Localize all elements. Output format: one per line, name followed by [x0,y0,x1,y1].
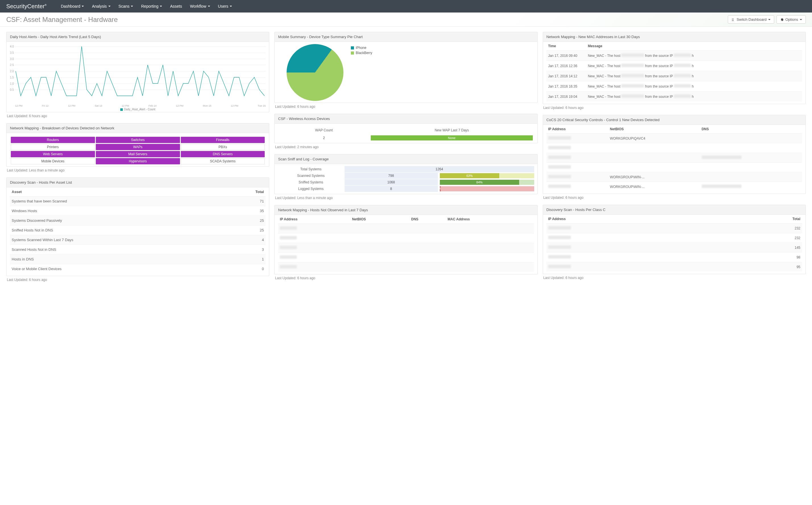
chevron-down-icon [131,6,133,7]
panel-title: Network Mapping - Hosts Not Observed in … [275,205,537,215]
nav-menu: DashboardAnalysisScansReportingAssetsWor… [57,0,236,12]
device-cell[interactable]: SCADA Systems [181,158,265,164]
chevron-down-icon [800,19,802,20]
nav-item-reporting[interactable]: Reporting [137,0,166,12]
table-row[interactable]: Voice or Mobile Client Devices0 [10,264,265,274]
table-row[interactable] [547,153,802,163]
last-updated: Last Updated: Less than a minute ago [274,194,537,200]
table-row[interactable]: Hosts in DNS1 [10,255,265,264]
table-row[interactable]: Systems that have been Scanned71 [10,196,265,206]
panel-title: Scan Sniff and Log - Coverage [275,154,537,164]
last-updated: Last Updated: 6 hours ago [274,275,537,280]
panel-title: CSF - Wireless Access Devices [275,114,537,124]
last-updated: Last Updated: 6 hours ago [6,276,269,282]
panel-hosts-per-asset: Discovery Scan - Hosts Per Asset List As… [6,177,269,282]
panel-mobile-summary: Mobile Summary - Device Type Summary Pie… [274,32,537,109]
page-title: CSF: Asset Management - Hardware [6,16,118,24]
device-cell[interactable]: Printers [11,144,95,150]
panel-title: Discovery Scan - Hosts Per Class C [543,205,805,215]
table-row[interactable]: WORKGROUP\QAVC4 [547,134,802,143]
device-cell[interactable]: Routers [11,137,95,143]
panel-not-observed: Network Mapping - Hosts Not Observed in … [274,205,537,280]
table-row[interactable]: 98 [547,252,802,262]
table-row[interactable] [278,224,534,233]
panel-scan-coverage: Scan Sniff and Log - Coverage Total Syst… [274,154,537,200]
table-row[interactable] [278,233,534,243]
nav-item-users[interactable]: Users [214,0,236,12]
pie-legend: iPhoneBlackBerry [351,46,372,56]
device-cell[interactable]: Web Servers [11,151,95,157]
cocs-table: IP AddressNetBIOSDNSWORKGROUP\QAVC4WORKG… [547,125,802,191]
table-row[interactable]: Jan 17, 2016 12:36New_MAC - The host fro… [547,61,802,71]
top-nav: SecurityCenter® DashboardAnalysisScansRe… [0,0,812,12]
wireless-table: WAP CountNew WAP Last 7 Days2None [278,127,534,142]
table-row[interactable]: Jan 17, 2016 09:40New_MAC - The host fro… [547,51,802,61]
device-cell[interactable]: DNS Servers [181,151,265,157]
nav-item-scans[interactable]: Scans [115,0,137,12]
panel-title: Network Mapping - Breakdown of Devices D… [7,123,269,133]
classc-table: IP AddressTotal2322321459895 [547,215,802,272]
table-row[interactable] [278,263,534,272]
panel-title: Mobile Summary - Device Type Summary Pie… [275,32,537,42]
table-row[interactable]: WORKGROUP\WIN-... [547,172,802,182]
chevron-down-icon [208,6,210,7]
device-cell[interactable]: WAPs [96,144,180,150]
table-row[interactable] [547,143,802,153]
panel-cocs-control1: CoCS 20 Critical Security Controls - Con… [543,115,806,200]
device-cell[interactable]: Switches [96,137,180,143]
table-row[interactable]: WORKGROUP\WIN-... [547,182,802,192]
nav-item-analysis[interactable]: Analysis [88,0,114,12]
nav-item-workflow[interactable]: Workflow [186,0,214,12]
pie-chart[interactable] [286,44,344,101]
device-matrix: RoutersSwitchesFirewallsPrintersWAPsPBXs… [10,136,265,165]
asset-list-table: AssetTotalSystems that have been Scanned… [10,187,265,274]
line-chart[interactable]: 0.51.01.52.02.53.03.54.012 PMFri 1212 PM… [10,45,265,107]
panel-hosts-per-class-c: Discovery Scan - Hosts Per Class C IP Ad… [543,205,806,280]
nav-item-dashboard[interactable]: Dashboard [57,0,88,12]
panel-new-mac: Network Mapping - New MAC Addresses in L… [543,32,806,110]
switch-dashboard-button[interactable]: Switch Dashboard [728,15,775,24]
last-updated: Last Updated: 6 hours ago [543,104,806,110]
table-row[interactable]: Jan 17, 2016 19:04New_MAC - The host fro… [547,92,802,102]
chevron-down-icon [160,6,162,7]
mac-log-table: TimeMessageJan 17, 2016 09:40New_MAC - T… [547,42,802,102]
table-row[interactable]: 95 [547,262,802,272]
panel-wireless-access: CSF - Wireless Access Devices WAP CountN… [274,114,537,149]
last-updated: Last Updated: 2 minutes ago [274,143,537,149]
table-row[interactable]: 145 [547,243,802,252]
device-cell[interactable]: Firewalls [181,137,265,143]
sub-header: CSF: Asset Management - Hardware Switch … [0,12,812,27]
table-row[interactable]: Sniffed Hosts Not in DNS25 [10,225,265,235]
table-row[interactable]: Jan 17, 2016 16:35New_MAC - The host fro… [547,81,802,92]
table-row[interactable]: Scanned Hosts Not in DNS3 [10,245,265,255]
legend-item: iPhone [351,46,372,50]
table-row[interactable]: 232 [547,233,802,243]
coverage-table: Total Systems1264Scanned Systems79863%Sn… [277,166,534,192]
device-cell[interactable]: Hypervisors [96,158,180,164]
table-row[interactable]: Systems Discovered Passively25 [10,216,265,225]
chevron-down-icon [81,6,84,7]
device-cell[interactable]: PBXs [181,144,265,150]
panel-device-breakdown: Network Mapping - Breakdown of Devices D… [6,123,269,172]
table-row[interactable] [278,243,534,253]
chevron-down-icon [230,6,232,7]
last-updated: Last Updated: 6 hours ago [543,274,806,280]
table-row[interactable]: Windows Hosts35 [10,206,265,216]
device-cell[interactable]: Mobile Devices [11,158,95,164]
table-row[interactable]: 232 [547,223,802,233]
device-cell[interactable]: Mail Servers [96,151,180,157]
legend-item: BlackBerry [351,51,372,55]
panel-title: Daily Host Alerts - Daily Host Alerts Tr… [7,32,269,42]
table-row[interactable] [547,163,802,172]
table-row[interactable] [278,253,534,263]
not-observed-table: IP AddressNetBIOSDNSMAC Address [278,215,534,272]
panel-title: Network Mapping - New MAC Addresses in L… [543,32,805,42]
new-wap-bar: None [371,135,533,141]
nav-item-assets[interactable]: Assets [166,0,186,12]
last-updated: Last Updated: Less than a minute ago [6,167,269,172]
gear-icon [780,18,784,21]
brand-logo: SecurityCenter® [6,3,47,10]
table-row[interactable]: Jan 17, 2016 14:12New_MAC - The host fro… [547,71,802,81]
options-button[interactable]: Options [777,15,806,24]
table-row[interactable]: Systems Scanned Within Last 7 Days4 [10,235,265,245]
